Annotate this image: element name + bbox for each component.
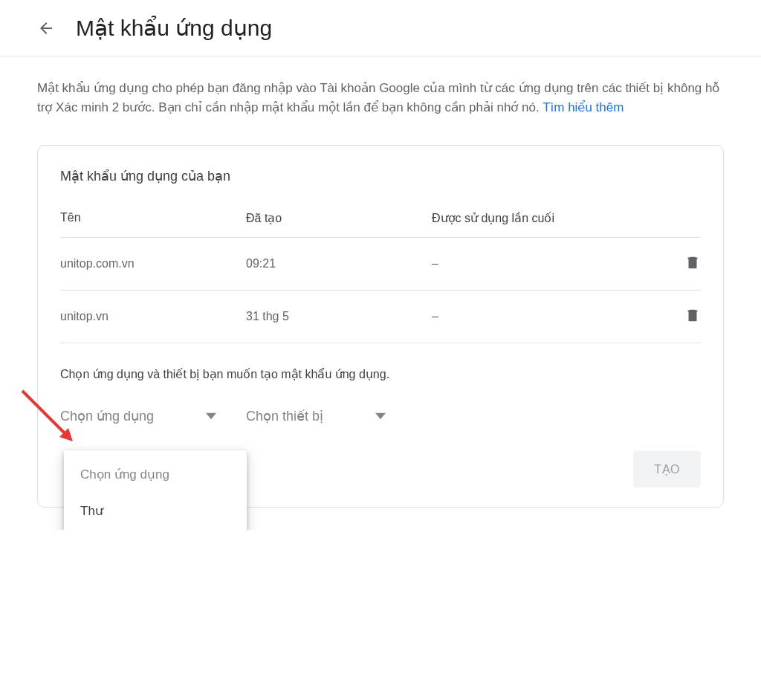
chevron-down-icon [375, 408, 386, 424]
create-button[interactable]: TẠO [633, 451, 701, 487]
row-name: unitop.com.vn [60, 257, 246, 270]
row-lastused: – [432, 257, 671, 270]
table-row: unitop.com.vn 09:21 – [60, 238, 701, 291]
row-name: unitop.vn [60, 310, 246, 323]
card-title: Mật khẩu ứng dụng của bạn [60, 168, 701, 184]
col-header-created: Đã tạo [246, 211, 432, 225]
dropdown-item-mail[interactable]: Thư [64, 493, 247, 529]
table-header: Tên Đã tạo Được sử dụng lần cuối [60, 211, 701, 238]
row-created: 31 thg 5 [246, 310, 432, 323]
table-row: unitop.vn 31 thg 5 – [60, 291, 701, 343]
app-select-trigger[interactable]: Chọn ứng dụng [60, 404, 216, 429]
col-header-lastused: Được sử dụng lần cuối [432, 211, 671, 225]
dropdown-placeholder: Chọn ứng dụng [64, 456, 247, 493]
trash-icon[interactable] [684, 307, 701, 323]
learn-more-link[interactable]: Tìm hiểu thêm [543, 100, 624, 114]
select-instruction: Chọn ứng dụng và thiết bị bạn muốn tạo m… [60, 367, 701, 381]
col-header-name: Tên [60, 211, 246, 225]
device-select-trigger[interactable]: Chọn thiết bị [246, 404, 386, 429]
app-select-label: Chọn ứng dụng [60, 408, 154, 424]
description-text: Mật khẩu ứng dụng cho phép bạn đăng nhập… [37, 79, 724, 118]
row-lastused: – [432, 310, 671, 323]
device-select-label: Chọn thiết bị [246, 408, 323, 424]
back-arrow-icon[interactable] [37, 19, 55, 37]
dropdown-item-calendar[interactable]: Lịch [64, 529, 247, 530]
page-title: Mật khẩu ứng dụng [76, 15, 272, 41]
row-created: 09:21 [246, 257, 432, 270]
chevron-down-icon [206, 408, 216, 424]
trash-icon[interactable] [684, 254, 701, 270]
app-select-dropdown: Chọn ứng dụng Thư Lịch Danh bạ YouTube K… [64, 450, 247, 530]
